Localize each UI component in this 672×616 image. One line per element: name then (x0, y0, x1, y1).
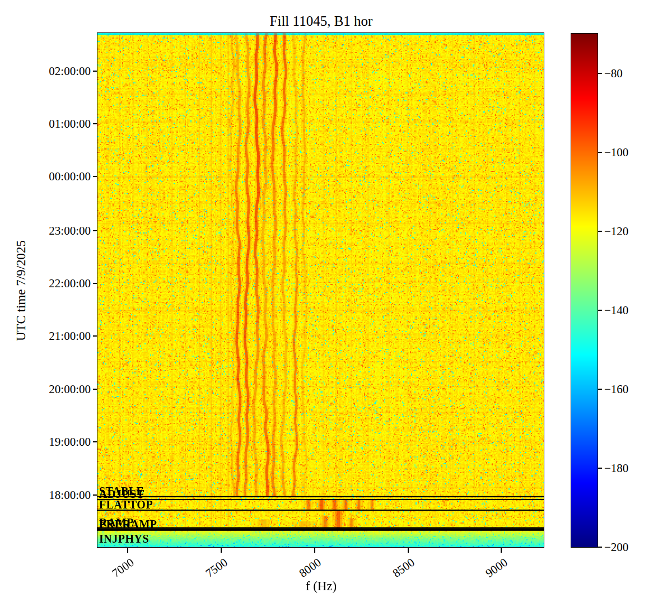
y-tick-label: 21:00:00 (0, 328, 91, 344)
colorbar-tick-label: −100 (604, 144, 628, 160)
colorbar-tick-label: −140 (604, 302, 628, 318)
colorbar-tick-mark (598, 152, 602, 153)
colorbar-tick-mark (598, 389, 602, 390)
y-tick-label: 19:00:00 (0, 434, 91, 450)
colorbar-tick-mark (598, 468, 602, 469)
y-tick-mark (93, 441, 97, 442)
x-tick-mark (221, 548, 222, 553)
x-tick-label: 7000 (110, 556, 137, 581)
x-tick-label: 7500 (203, 556, 231, 581)
y-tick-label: 20:00:00 (0, 381, 91, 397)
y-tick-label: 18:00:00 (0, 487, 91, 503)
colorbar-gradient (571, 34, 598, 547)
x-tick-mark (501, 548, 502, 553)
beam-mode-label-ramp: RAMP (99, 517, 134, 529)
y-tick-label: 00:00:00 (0, 169, 91, 184)
y-tick-label: 01:00:00 (0, 116, 91, 132)
colorbar-tick-mark (598, 73, 602, 74)
y-tick-mark (93, 494, 97, 496)
y-tick-label: 02:00:00 (0, 63, 91, 79)
beam-mode-label-flattop: FLATTOP (99, 499, 153, 511)
x-tick-label: 9000 (483, 556, 511, 581)
y-tick-mark (93, 283, 97, 284)
y-tick-label: 23:00:00 (0, 223, 91, 239)
colorbar-tick-label: −120 (604, 223, 628, 239)
beam-mode-label-stable: STABLE (99, 486, 144, 497)
y-tick-mark (93, 123, 97, 124)
y-tick-mark (93, 176, 97, 177)
colorbar-tick-mark (598, 231, 602, 232)
beam-mode-label-injphys: INJPHYS (99, 533, 149, 545)
y-tick-mark (93, 71, 97, 72)
x-tick-label: 8000 (296, 556, 324, 581)
y-tick-label: 22:00:00 (0, 276, 91, 291)
x-tick-label: 8500 (390, 556, 417, 581)
x-tick-mark (127, 548, 128, 553)
x-tick-mark (408, 548, 409, 553)
plot-title: Fill 11045, B1 hor (98, 13, 544, 29)
y-tick-mark (93, 389, 97, 390)
x-tick-mark (314, 548, 315, 553)
spectrogram-figure: Fill 11045, B1 hor UTC time 7/9/2025 ADJ… (0, 0, 672, 616)
colorbar-tick-label: −80 (604, 66, 623, 81)
colorbar-tick-mark (598, 310, 602, 311)
colorbar-tick-label: −200 (604, 539, 628, 555)
spectrogram-canvas (97, 33, 544, 547)
colorbar-tick-label: −160 (604, 381, 628, 397)
colorbar-tick-mark (598, 547, 602, 548)
spectrogram-plot (97, 32, 544, 548)
colorbar-tick-label: −180 (604, 460, 628, 476)
x-axis-label: f (Hz) (98, 579, 544, 594)
colorbar (571, 33, 598, 548)
y-tick-mark (93, 230, 97, 231)
y-tick-mark (93, 335, 97, 337)
